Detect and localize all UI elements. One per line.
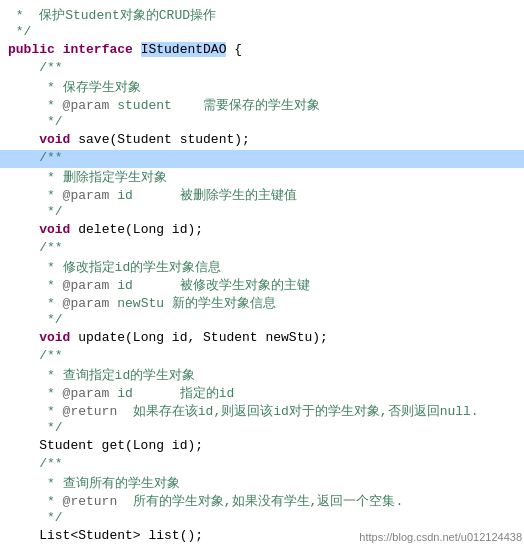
token-comment: id 被删除学生的主键值 bbox=[109, 186, 296, 204]
token-plain: delete(Long id); bbox=[70, 222, 203, 237]
code-line: * @param id 被修改学生对象的主键 bbox=[0, 276, 524, 294]
token-comment: student 需要保存的学生对象 bbox=[109, 96, 320, 114]
token-plain bbox=[8, 222, 39, 237]
token-plain: List<Student> list(); bbox=[8, 528, 203, 543]
token-comment: /** bbox=[8, 150, 63, 165]
code-line: * 修改指定id的学生对象信息 bbox=[0, 258, 524, 276]
token-annotation: @param bbox=[63, 188, 110, 203]
token-annotation: @param bbox=[63, 98, 110, 113]
code-line: void delete(Long id); bbox=[0, 222, 524, 240]
code-line: * 保存学生对象 bbox=[0, 78, 524, 96]
code-line: */ bbox=[0, 204, 524, 222]
token-comment: */ bbox=[8, 510, 63, 525]
token-keyword: public bbox=[8, 42, 55, 57]
code-line: * @param id 被删除学生的主键值 bbox=[0, 186, 524, 204]
token-comment: /** bbox=[8, 60, 63, 75]
code-line: * @param newStu 新的学生对象信息 bbox=[0, 294, 524, 312]
code-line: /** bbox=[0, 150, 524, 168]
token-annotation: @param bbox=[63, 386, 110, 401]
code-line: /** bbox=[0, 348, 524, 366]
code-line: * 删除指定学生对象 bbox=[0, 168, 524, 186]
token-highlight-word: IStudentDAO bbox=[141, 42, 227, 57]
token-annotation: @param bbox=[63, 296, 110, 311]
token-plain: save(Student student); bbox=[70, 132, 249, 147]
code-line: * 查询所有的学生对象 bbox=[0, 474, 524, 492]
code-line: */ bbox=[0, 312, 524, 330]
code-line: * 保护Student对象的CRUD操作 bbox=[0, 6, 524, 24]
token-keyword: interface bbox=[63, 42, 133, 57]
code-line: * @param student 需要保存的学生对象 bbox=[0, 96, 524, 114]
token-comment: * 保存学生对象 bbox=[8, 78, 141, 96]
code-line: /** bbox=[0, 60, 524, 78]
code-line: /** bbox=[0, 456, 524, 474]
token-plain bbox=[8, 330, 39, 345]
token-comment: /** bbox=[8, 240, 63, 255]
token-comment: * 查询指定id的学生对象 bbox=[8, 366, 195, 384]
code-line: * @param id 指定的id bbox=[0, 384, 524, 402]
token-keyword: void bbox=[39, 222, 70, 237]
token-comment: 如果存在该id,则返回该id对于的学生对象,否则返回null. bbox=[117, 402, 478, 420]
token-plain: { bbox=[226, 42, 242, 57]
token-comment: * bbox=[8, 98, 63, 113]
token-comment: /** bbox=[8, 348, 63, 363]
code-line: */ bbox=[0, 24, 524, 42]
token-plain: Student get(Long id); bbox=[8, 438, 203, 453]
token-comment: * bbox=[8, 278, 63, 293]
token-keyword: void bbox=[39, 132, 70, 147]
code-line: void save(Student student); bbox=[0, 132, 524, 150]
token-annotation: @return bbox=[63, 404, 118, 419]
code-line: */ bbox=[0, 510, 524, 528]
code-line: /** bbox=[0, 240, 524, 258]
token-comment: newStu 新的学生对象信息 bbox=[109, 294, 275, 312]
code-line: */ bbox=[0, 420, 524, 438]
token-comment: 所有的学生对象,如果没有学生,返回一个空集. bbox=[117, 492, 403, 510]
token-comment: * 查询所有的学生对象 bbox=[8, 474, 180, 492]
token-comment: */ bbox=[8, 312, 63, 327]
token-comment: */ bbox=[8, 204, 63, 219]
token-comment: */ bbox=[8, 24, 31, 39]
code-line: * @return 所有的学生对象,如果没有学生,返回一个空集. bbox=[0, 492, 524, 510]
code-line: public interface IStudentDAO { bbox=[0, 42, 524, 60]
token-comment: * bbox=[8, 296, 63, 311]
code-line: void update(Long id, Student newStu); bbox=[0, 330, 524, 348]
token-comment: * 修改指定id的学生对象信息 bbox=[8, 258, 221, 276]
token-comment: * bbox=[8, 404, 63, 419]
token-annotation: @return bbox=[63, 494, 118, 509]
token-comment: */ bbox=[8, 114, 63, 129]
token-comment: * 删除指定学生对象 bbox=[8, 168, 167, 186]
token-keyword: void bbox=[39, 330, 70, 345]
token-plain: update(Long id, Student newStu); bbox=[70, 330, 327, 345]
token-comment: * bbox=[8, 494, 63, 509]
code-line: */ bbox=[0, 114, 524, 132]
code-line: * 查询指定id的学生对象 bbox=[0, 366, 524, 384]
token-comment: /** bbox=[8, 456, 63, 471]
token-plain bbox=[8, 132, 39, 147]
code-container: * 保护Student对象的CRUD操作 */public interface … bbox=[0, 0, 524, 547]
token-comment: id 被修改学生对象的主键 bbox=[109, 276, 309, 294]
watermark: https://blog.csdn.net/u012124438 bbox=[359, 531, 522, 543]
token-plain bbox=[55, 42, 63, 57]
token-comment: * 保护Student对象的CRUD操作 bbox=[8, 6, 216, 24]
token-annotation: @param bbox=[63, 278, 110, 293]
token-comment: */ bbox=[8, 420, 63, 435]
token-plain bbox=[133, 42, 141, 57]
code-line: * @return 如果存在该id,则返回该id对于的学生对象,否则返回null… bbox=[0, 402, 524, 420]
token-comment: * bbox=[8, 188, 63, 203]
token-comment: id 指定的id bbox=[109, 384, 234, 402]
code-line: Student get(Long id); bbox=[0, 438, 524, 456]
token-comment: * bbox=[8, 386, 63, 401]
